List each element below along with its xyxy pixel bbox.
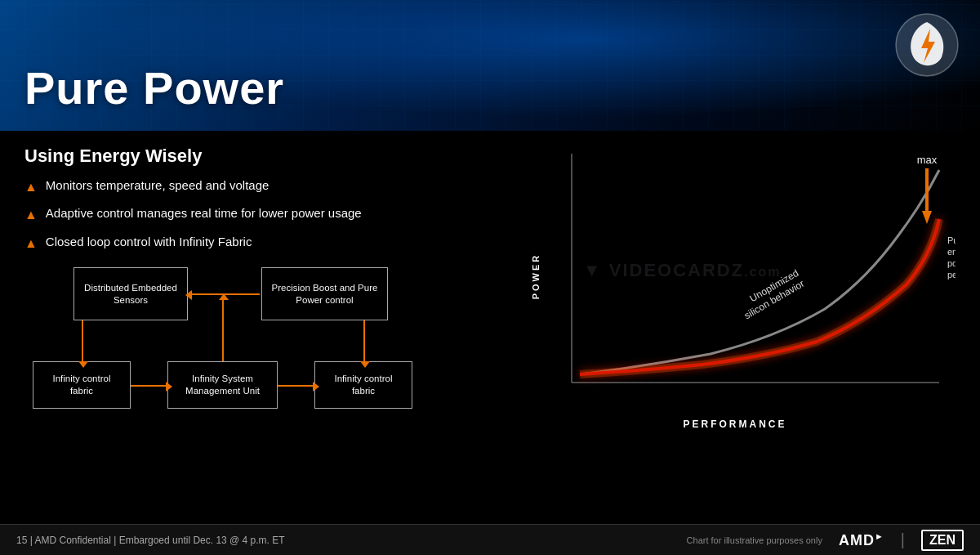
box-icf2: Infinity control fabric xyxy=(314,361,412,409)
footer-info: 15 | AMD Confidential | Embargoed until … xyxy=(16,535,285,546)
arrow-icf1-ismu xyxy=(131,385,166,387)
footer: 15 | AMD Confidential | Embargoed until … xyxy=(0,524,980,555)
bullet-text-1: Monitors temperature, speed and voltage xyxy=(46,177,270,194)
amd-logo: AMD► xyxy=(839,531,884,549)
slide-number: 15 xyxy=(16,535,27,546)
power-performance-chart: POWER max Unoptimized silicon behavior P… xyxy=(514,145,956,423)
bullet-item-3: ▲ Closed loop control with Infinity Fabr… xyxy=(24,233,498,253)
svg-text:Pure Power: Pure Power xyxy=(947,235,956,245)
svg-text:enables lower: enables lower xyxy=(947,247,956,257)
chart-container: ▼ VIDEOCARDZ.com POWER max xyxy=(514,145,956,423)
footer-branding: Chart for illustrative purposes only AMD… xyxy=(687,530,964,551)
left-panel: Using Energy Wisely ▲ Monitors temperatu… xyxy=(24,145,498,431)
chart-disclaimer: Chart for illustrative purposes only xyxy=(687,535,822,545)
bullet-text-2: Adaptive control manages real time for l… xyxy=(46,204,362,222)
bullet-arrow-3: ▲ xyxy=(24,235,38,253)
bullet-arrow-2: ▲ xyxy=(24,206,38,224)
bullet-arrow-1: ▲ xyxy=(24,178,38,196)
arrow-des-down xyxy=(82,320,83,361)
arrow-pb-down xyxy=(363,320,365,361)
logo-divider: | xyxy=(901,530,905,549)
leaf-bolt-icon xyxy=(894,12,960,78)
main-content: Using Energy Wisely ▲ Monitors temperatu… xyxy=(0,131,980,439)
svg-text:power for same: power for same xyxy=(947,258,956,268)
bullet-item-1: ▲ Monitors temperature, speed and voltag… xyxy=(24,177,498,196)
zen-logo: ZEN xyxy=(921,530,964,551)
svg-text:performance: performance xyxy=(947,270,956,280)
header-banner: Pure Power xyxy=(0,0,980,131)
box-icf1: Infinity control fabric xyxy=(33,361,131,409)
svg-marker-6 xyxy=(922,211,932,224)
svg-text:POWER: POWER xyxy=(531,253,541,300)
arrow-ismu-icf2 xyxy=(278,385,313,387)
right-panel: ▼ VIDEOCARDZ.com POWER max xyxy=(514,145,956,431)
page-title: Pure Power xyxy=(24,61,284,114)
confidential-label: AMD Confidential xyxy=(35,535,111,546)
section-heading: Using Energy Wisely xyxy=(24,145,498,167)
box-pb: Precision Boost and Pure Power control xyxy=(261,267,388,320)
bullet-text-3: Closed loop control with Infinity Fabric xyxy=(46,233,252,250)
arrow-ismu-up xyxy=(222,300,224,361)
embargo-text: Embargoed until Dec. 13 @ 4 p.m. ET xyxy=(119,535,285,546)
bullet-item-2: ▲ Adaptive control manages real time for… xyxy=(24,204,498,224)
box-des: Distributed Embedded Sensors xyxy=(74,267,188,320)
box-ismu: Infinity System Management Unit xyxy=(167,361,278,409)
block-diagram: Distributed Embedded Sensors Precision B… xyxy=(24,267,498,431)
svg-text:max: max xyxy=(917,154,938,166)
